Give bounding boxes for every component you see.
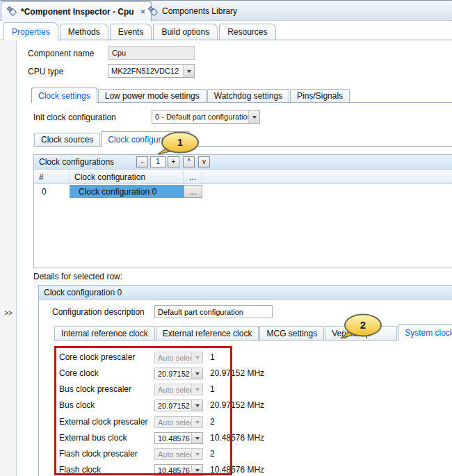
external-clock-prescaler-combo[interactable]: Auto select	[154, 416, 203, 428]
configuration-count-field[interactable]: 1	[150, 156, 166, 167]
left-sidebar-strip	[0, 40, 17, 476]
tab-label: Clock settings	[38, 91, 90, 101]
combo-value: Auto select	[155, 449, 191, 459]
tab-events[interactable]: Events	[110, 24, 152, 40]
combo-value: Auto select	[155, 417, 191, 427]
property-tab-bar: Properties Methods Events Build options …	[3, 22, 276, 40]
dropdown-arrow-icon	[191, 368, 202, 379]
row-index-cell[interactable]: 0	[34, 185, 70, 198]
combo-value: 10.48576	[155, 433, 191, 443]
external-bus-clock-result: 10.48576 MHz	[210, 432, 264, 444]
tab-very-low-power[interactable]: Very low p	[325, 326, 397, 340]
tab-label: Methods	[68, 27, 100, 37]
tab-label: Clock configurations	[108, 135, 183, 145]
component-inspector-icon	[7, 6, 17, 17]
tab-label: Clock sources	[41, 135, 93, 145]
tab-label: Low power mode settings	[105, 91, 200, 101]
editor-tab-bar: *Component Inspector - Cpu ✕ Components …	[0, 0, 452, 21]
move-up-button[interactable]: ^	[183, 156, 195, 167]
core-clock-prescaler-combo[interactable]: Auto select	[154, 352, 203, 363]
flash-clock-prescaler-combo[interactable]: Auto select	[154, 448, 203, 460]
dropdown-arrow-icon	[191, 400, 202, 411]
tab-pins-signals[interactable]: Pins/Signals	[290, 89, 350, 103]
tab-label: Components Library	[162, 6, 237, 16]
tab-label: External reference clock	[163, 329, 252, 338]
bus-clock-combo[interactable]: 20.97152	[154, 400, 203, 411]
cpu-type-combo[interactable]: MK22FN512VDC12	[108, 64, 195, 78]
bus-clock-result: 20.97152 MHz	[210, 400, 264, 411]
tab-components-library[interactable]: Components Library	[143, 1, 243, 21]
tab-label: Internal reference clock	[61, 329, 148, 338]
flash-clock-combo[interactable]: 10.48576	[154, 464, 203, 476]
bus-clock-prescaler-combo[interactable]: Auto select	[154, 384, 203, 395]
tab-mcg-settings[interactable]: MCG settings	[259, 326, 324, 340]
dropdown-arrow-icon	[191, 352, 202, 363]
bus-clock-prescaler-label: Bus clock prescaler	[59, 384, 131, 395]
tab-build-options[interactable]: Build options	[153, 24, 218, 40]
clock-tab-bar: Clock sources Clock configurations	[34, 131, 191, 147]
tab-watchdog-settings[interactable]: Watchdog settings	[207, 89, 289, 103]
tab-component-inspector[interactable]: *Component Inspector - Cpu ✕	[1, 1, 152, 21]
tab-label: Build options	[161, 27, 209, 37]
combo-value: Auto select	[155, 352, 191, 363]
column-header-name: Clock configuration	[70, 171, 184, 183]
flash-clock-result: 10.48576 MHz	[210, 464, 264, 476]
tab-methods[interactable]: Methods	[60, 24, 108, 40]
core-clock-combo[interactable]: 20.97152	[154, 368, 203, 379]
configuration-description-input[interactable]	[154, 305, 273, 318]
cpu-type-label: CPU type	[28, 66, 63, 78]
init-clock-combo[interactable]: 0 - Default part configuration	[152, 110, 260, 124]
tab-resources[interactable]: Resources	[219, 24, 275, 40]
tab-label: Events	[118, 27, 144, 37]
combo-value: Auto select	[155, 384, 191, 395]
row-name-cell[interactable]: Clock configuration 0	[70, 185, 184, 198]
dropdown-arrow-icon	[191, 449, 202, 459]
component-name-label: Component name	[28, 48, 94, 60]
tab-external-reference-clock[interactable]: External reference clock	[156, 326, 259, 340]
tab-low-power-mode-settings[interactable]: Low power mode settings	[98, 89, 207, 103]
remove-configuration-button[interactable]: -	[136, 156, 148, 167]
core-clock-prescaler-label: Core clock prescaler	[59, 352, 135, 363]
column-header-index: #	[34, 171, 70, 183]
settings-tab-bar: Clock settings Low power mode settings W…	[31, 88, 350, 103]
combo-value: 10.48576	[155, 465, 191, 475]
core-clock-result: 20.97152 MHz	[210, 368, 264, 379]
tab-label: Pins/Signals	[297, 91, 343, 101]
dropdown-arrow-icon	[191, 384, 202, 395]
expand-button[interactable]: >>	[2, 308, 15, 318]
external-bus-clock-combo[interactable]: 10.48576	[154, 432, 203, 444]
add-configuration-button[interactable]: +	[168, 156, 179, 167]
tab-clock-settings[interactable]: Clock settings	[31, 88, 97, 103]
tab-label: System clocks	[405, 328, 452, 338]
combo-value: MK22FN512VDC12	[108, 65, 183, 77]
details-tab-bar: Internal reference clock External refere…	[54, 325, 452, 340]
column-header-filler	[202, 171, 452, 183]
core-clock-prescaler-result: 1	[210, 352, 215, 363]
component-inspector-window: *Component Inspector - Cpu ✕ Components …	[0, 0, 452, 476]
row-more-button[interactable]: ...	[184, 185, 202, 198]
tab-properties[interactable]: Properties	[3, 22, 58, 40]
combo-value: 20.97152	[155, 400, 191, 411]
table-row[interactable]: 0 Clock configuration 0 ...	[34, 185, 452, 198]
move-down-button[interactable]: v	[198, 156, 210, 167]
dropdown-arrow-icon	[191, 433, 202, 443]
column-header-more: ...	[184, 171, 202, 183]
tab-label: Very low p	[332, 329, 370, 338]
details-panel-header: Clock configuration 0	[39, 286, 452, 300]
external-bus-clock-label: External bus clock	[59, 432, 127, 444]
combo-value: 0 - Default part configuration	[152, 110, 248, 123]
bus-clock-label: Bus clock	[59, 400, 95, 411]
tab-clock-sources[interactable]: Clock sources	[34, 133, 100, 147]
tab-label: Properties	[12, 27, 50, 37]
tab-system-clocks[interactable]: System clocks	[398, 325, 452, 340]
details-caption: Details for selected row:	[33, 271, 122, 283]
core-clock-label: Core clock	[59, 368, 99, 379]
configurations-table-header: # Clock configuration ...	[34, 171, 452, 184]
tab-clock-configurations[interactable]: Clock configurations	[101, 131, 190, 147]
external-clock-prescaler-result: 2	[210, 416, 215, 428]
external-clock-prescaler-label: External clock prescaler	[59, 416, 147, 428]
component-name-field: Cpu	[108, 46, 195, 60]
dropdown-arrow-icon	[191, 417, 202, 427]
tab-internal-reference-clock[interactable]: Internal reference clock	[54, 326, 155, 340]
dropdown-arrow-icon	[248, 110, 259, 123]
